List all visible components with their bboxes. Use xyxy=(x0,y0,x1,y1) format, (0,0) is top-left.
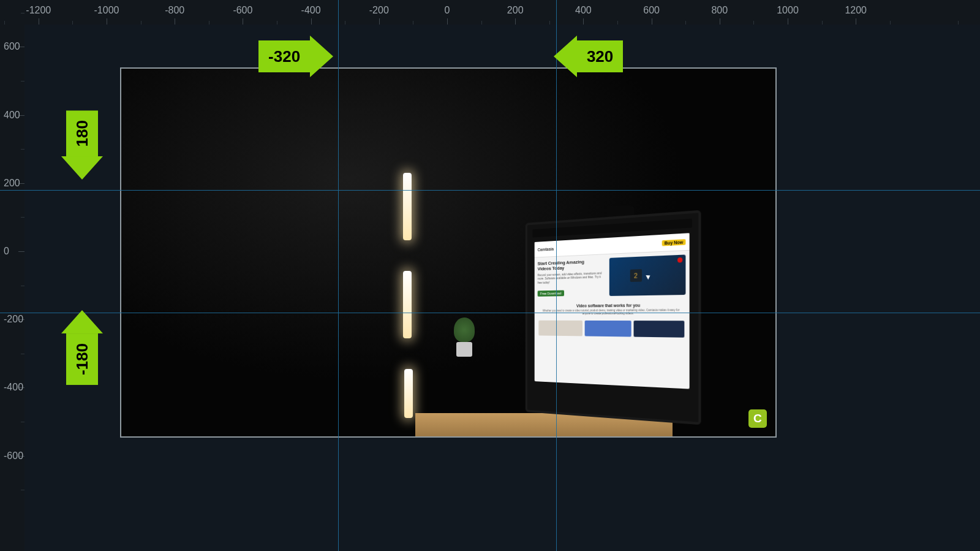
record-icon xyxy=(677,257,682,263)
guide-callout-right[interactable]: 320 xyxy=(554,36,623,77)
ruler-y-label: -400 xyxy=(4,382,23,393)
logo-letter: C xyxy=(753,412,762,425)
ruler-y-label: 400 xyxy=(4,110,20,121)
ruler-y-label: 0 xyxy=(4,246,9,257)
arrow-right-icon xyxy=(310,36,333,77)
light-strip xyxy=(404,369,413,418)
ruler-x-label: -200 xyxy=(369,5,389,16)
light-strip xyxy=(403,271,412,338)
ruler-x-label: 800 xyxy=(711,5,728,16)
ruler-x-label: 0 xyxy=(445,5,450,16)
vertical-guide[interactable] xyxy=(556,0,557,551)
ruler-y-label: 600 xyxy=(4,41,20,52)
ruler-x-label: 400 xyxy=(575,5,592,16)
ruler-x-label: -600 xyxy=(233,5,252,16)
callout-value: 320 xyxy=(587,47,613,66)
ruler-vertical[interactable]: 6004002000-200-400-600 xyxy=(0,25,25,551)
video-scene: Camtasia Camtasia Buy Now xyxy=(121,69,775,436)
ruler-x-label: 600 xyxy=(643,5,660,16)
ruler-x-label: -400 xyxy=(301,5,321,16)
monitor-illustration: Camtasia Buy Now Start Creating AmazingV… xyxy=(526,210,701,425)
hero-cta: Free Download xyxy=(537,290,564,296)
guide-callout-bottom[interactable]: -180 xyxy=(61,310,103,385)
camtasia-logo-icon: C xyxy=(748,409,767,428)
horizontal-guide[interactable] xyxy=(0,190,980,191)
ruler-x-label: 1000 xyxy=(777,5,799,16)
ruler-x-label: -1000 xyxy=(94,5,119,16)
ruler-x-label: 200 xyxy=(507,5,524,16)
guide-callout-left[interactable]: -320 xyxy=(258,36,333,77)
arrow-left-icon xyxy=(554,36,577,77)
canvas-stage[interactable]: Camtasia Camtasia Buy Now xyxy=(24,25,980,551)
ruler-x-label: -800 xyxy=(165,5,184,16)
guide-callout-top[interactable]: 180 xyxy=(61,110,103,180)
plant-illustration xyxy=(449,314,480,357)
ruler-x-label: 1200 xyxy=(845,5,867,16)
hero-title-2: Videos Today xyxy=(537,265,564,272)
cursor-icon xyxy=(646,273,651,279)
ruler-y-label: 200 xyxy=(4,178,20,189)
callout-value: -180 xyxy=(73,343,92,375)
arrow-down-icon xyxy=(61,156,103,180)
site-brand: Camtasia xyxy=(537,246,553,251)
ruler-horizontal[interactable]: -1200-1000-800-600-400-20002004006008001… xyxy=(24,0,980,25)
ruler-y-label: -200 xyxy=(4,314,23,325)
ruler-y-label: -600 xyxy=(4,450,23,462)
ruler-x-label: -1200 xyxy=(26,5,51,16)
horizontal-guide[interactable] xyxy=(0,313,980,313)
vertical-guide[interactable] xyxy=(338,0,339,551)
section-title: Video software that works for you xyxy=(538,303,684,308)
callout-value: -320 xyxy=(268,47,300,66)
hero-body: Record your screen, add video effects, t… xyxy=(537,271,606,284)
thumbnail-row xyxy=(534,318,689,340)
arrow-up-icon xyxy=(61,310,103,333)
buy-now-button: Buy Now xyxy=(662,239,685,246)
callout-value: 180 xyxy=(73,120,92,146)
countdown-number: 2 xyxy=(630,269,641,282)
media-clip[interactable]: Camtasia Camtasia Buy Now xyxy=(120,67,777,438)
light-strip xyxy=(403,173,412,240)
